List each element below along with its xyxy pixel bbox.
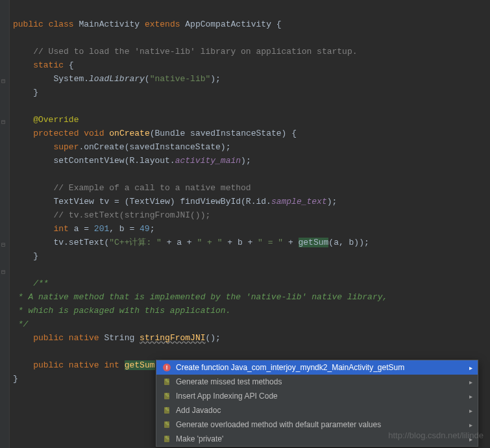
gutter-fold-icon[interactable]: ⊟ — [1, 268, 8, 275]
menu-item-generate-tests[interactable]: Generate missed test methods ▸ — [156, 375, 478, 389]
string-literal: "C++计算: " — [109, 238, 162, 247]
comment: // Used to load the 'native-lib' library… — [33, 47, 357, 56]
gutter-fold-icon[interactable]: ⊟ — [1, 77, 8, 84]
intention-icon — [162, 434, 172, 444]
brace: } — [13, 374, 18, 384]
gutter-fold-icon[interactable]: ⊟ — [1, 118, 8, 125]
code-text: .onCreate(savedInstanceState); — [79, 142, 230, 152]
number-literal: 201 — [94, 224, 109, 234]
brace: } — [33, 251, 38, 261]
string-literal: "native-lib" — [150, 74, 211, 84]
method-name-highlighted: getSum — [125, 360, 155, 370]
method-call-highlighted: getSum — [299, 238, 329, 247]
comment: // Example of a call to a native method — [53, 183, 251, 193]
code-text: (); — [206, 333, 221, 343]
error-bulb-icon: ! — [162, 362, 172, 373]
submenu-arrow-icon: ▸ — [469, 364, 472, 371]
code-text: TextView tv = (TextView) findViewById(R.… — [53, 197, 271, 206]
string-literal: " + " — [197, 238, 222, 247]
menu-item-generate-overload[interactable]: Generate overloaded method with default … — [156, 417, 478, 432]
menu-item-label: Create function Java_com_interjoy_myndk2… — [176, 363, 404, 372]
method-call: loadLibrary — [89, 74, 145, 84]
keyword-super: super — [53, 142, 79, 152]
code-text: a = — [69, 224, 94, 234]
keyword-protected: protected — [33, 129, 79, 138]
keyword-static: static — [33, 60, 64, 70]
method-name: onCreate — [109, 129, 149, 138]
menu-item-add-javadoc[interactable]: Add Javadoc ▸ — [156, 403, 478, 417]
brace: { — [271, 19, 282, 29]
keyword-int: int — [53, 224, 68, 234]
code-text: + a + — [162, 238, 197, 247]
code-text: + — [283, 238, 298, 247]
params: (Bundle savedInstanceState) { — [150, 129, 297, 138]
code-text: setContentView(R.layout. — [53, 156, 175, 166]
code-text: System. — [53, 74, 89, 84]
brace: { — [64, 60, 74, 70]
comment: // tv.setText(stringFromJNI()); — [53, 210, 210, 220]
field-ref: activity_main — [175, 156, 241, 166]
javadoc: */ — [13, 319, 28, 329]
keyword-native: native — [69, 333, 99, 343]
submenu-arrow-icon: ▸ — [469, 421, 472, 429]
keyword-native: native — [69, 360, 99, 370]
submenu-arrow-icon: ▸ — [469, 407, 472, 414]
keyword-int: int — [104, 360, 119, 370]
code-text: ); — [327, 197, 337, 206]
parent-class: AppCompatActivity — [185, 19, 271, 29]
submenu-arrow-icon: ▸ — [469, 436, 472, 443]
gutter: ⊟ ⊟ ⊟ ⊟ — [0, 0, 10, 448]
keyword-class: class — [49, 19, 74, 29]
keyword-public: public — [13, 19, 43, 29]
intention-icon — [162, 377, 172, 387]
intention-icon — [162, 419, 172, 430]
class-name: MainActivity — [79, 19, 140, 29]
code-text: ); — [241, 156, 251, 166]
menu-item-label: Make 'private' — [176, 434, 223, 443]
menu-item-make-private[interactable]: Make 'private' ▸ — [156, 432, 478, 446]
code-text: , b = — [109, 224, 140, 234]
keyword-public: public — [33, 360, 64, 370]
string-literal: " = " — [258, 238, 283, 247]
menu-item-label: Add Javadoc — [176, 406, 221, 415]
javadoc: * A native method that is implemented by… — [13, 292, 387, 302]
field-ref: sample_text — [271, 197, 327, 206]
code-text: + b + — [222, 238, 258, 247]
submenu-arrow-icon: ▸ — [469, 393, 472, 400]
brace: } — [33, 88, 38, 97]
javadoc: * which is packaged with this applicatio… — [13, 306, 230, 316]
menu-item-label: Insert App Indexing API Code — [176, 392, 278, 401]
annotation: @Override — [33, 115, 79, 125]
type: String — [104, 333, 134, 343]
menu-item-create-function[interactable]: ! Create function Java_com_interjoy_mynd… — [156, 360, 478, 375]
menu-item-label: Generate missed test methods — [176, 377, 282, 386]
menu-item-app-indexing[interactable]: Insert App Indexing API Code ▸ — [156, 389, 478, 403]
keyword-public: public — [33, 333, 64, 343]
method-name: stringFromJNI — [140, 333, 205, 343]
intention-icon — [162, 405, 172, 416]
code-text: tv.setText( — [53, 238, 109, 247]
keyword-void: void — [84, 129, 104, 138]
javadoc: /** — [33, 279, 48, 288]
intention-icon — [162, 391, 172, 401]
code-text: ; — [150, 224, 155, 234]
gutter-fold-icon[interactable]: ⊟ — [1, 241, 8, 247]
number-literal: 49 — [140, 224, 150, 234]
menu-item-label: Generate overloaded method with default … — [176, 420, 381, 429]
intention-actions-popup: ! Create function Java_com_interjoy_mynd… — [156, 360, 478, 447]
keyword-extends: extends — [145, 19, 180, 29]
submenu-arrow-icon: ▸ — [469, 379, 472, 386]
code-text: (a, b)); — [328, 238, 369, 247]
